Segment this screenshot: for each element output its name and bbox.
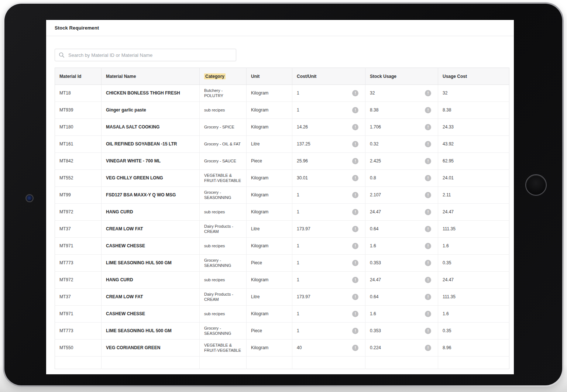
category-cell: VEGETABLE & FRUIT-VEGETABLE: [200, 170, 247, 187]
info-icon[interactable]: !: [352, 209, 358, 215]
stock-usage-value: 0.224: [370, 345, 381, 351]
info-icon[interactable]: !: [352, 192, 358, 198]
info-icon[interactable]: !: [352, 175, 358, 181]
main-content: Material Id Material Name Category Unit …: [46, 36, 514, 369]
stock-usage-cell: 1.706 !: [365, 119, 438, 136]
material-id-cell: MT161: [55, 136, 102, 153]
usage-cost-cell: 111.35: [438, 289, 509, 306]
table-row: MT180 MASALA SALT COOKING Grocery - SPIC…: [55, 119, 509, 136]
info-icon[interactable]: !: [425, 328, 431, 334]
material-name-cell: VINEGAR WHITE - 700 ML: [102, 153, 200, 170]
info-icon[interactable]: !: [425, 158, 431, 164]
cost-unit-cell: 30.01 !: [292, 170, 365, 187]
info-icon[interactable]: !: [425, 277, 431, 283]
cost-unit-cell: 137.25 !: [292, 136, 365, 153]
stock-usage-value: 8.38: [370, 107, 378, 113]
stock-usage-value: 1.706: [370, 124, 381, 130]
table-row: MT37 CREAM LOW FAT Dairy Products - CREA…: [55, 289, 509, 306]
cost-unit-value: 173.97: [297, 226, 310, 232]
info-icon[interactable]: !: [425, 141, 431, 147]
info-icon[interactable]: !: [425, 192, 431, 198]
stock-usage-cell: 8.38 !: [365, 102, 438, 119]
info-icon[interactable]: !: [352, 345, 358, 351]
info-icon[interactable]: !: [352, 328, 358, 334]
stock-usage-value: 1.6: [370, 311, 376, 317]
table-row: MT971 CASHEW CHESSE sub recipes Kilogram…: [55, 238, 509, 255]
cost-unit-cell: 173.97 !: [292, 221, 365, 238]
info-icon[interactable]: !: [425, 311, 431, 317]
info-icon[interactable]: !: [425, 90, 431, 96]
cost-unit-value: 1: [297, 277, 299, 283]
info-icon[interactable]: !: [425, 107, 431, 113]
material-name-cell: CASHEW CHESSE: [102, 238, 200, 255]
cost-unit-cell: 1 !: [292, 187, 365, 204]
category-cell: Grocery - OIL & FAT: [200, 136, 247, 153]
page-title: Stock Requirement: [55, 25, 99, 31]
info-icon[interactable]: !: [352, 277, 358, 283]
info-icon[interactable]: !: [425, 294, 431, 300]
column-header-category: Category: [200, 68, 247, 85]
info-icon[interactable]: !: [425, 124, 431, 130]
info-icon[interactable]: !: [352, 226, 358, 232]
material-name-cell: VEG CHILLY GREEN LONG: [102, 170, 200, 187]
info-icon[interactable]: !: [425, 243, 431, 249]
app-screen: Stock Requirement: [46, 20, 514, 374]
info-icon[interactable]: !: [425, 226, 431, 232]
material-name-cell: VEG CORIANDER GREEN: [102, 340, 200, 357]
usage-cost-cell: 24.01: [438, 170, 509, 187]
unit-cell: Kilogram: [247, 272, 292, 289]
cost-unit-value: 173.97: [297, 294, 310, 300]
column-header-material-name: Material Name: [102, 68, 200, 85]
category-cell: Dairy Products - CREAM: [200, 289, 247, 306]
info-icon[interactable]: !: [352, 141, 358, 147]
unit-cell: Kilogram: [247, 306, 292, 323]
cost-unit-cell: 1 !: [292, 102, 365, 119]
info-icon[interactable]: !: [352, 107, 358, 113]
table-row: MT842 VINEGAR WHITE - 700 ML Grocery - S…: [55, 153, 509, 170]
stock-usage-value: 0.353: [370, 260, 381, 266]
material-id-cell: MT180: [55, 119, 102, 136]
cost-unit-cell: 1 !: [292, 272, 365, 289]
table-row: MT161 OIL REFINED SOYABEAN -15 LTR Groce…: [55, 136, 509, 153]
unit-cell: Kilogram: [247, 187, 292, 204]
info-icon[interactable]: !: [352, 260, 358, 266]
table-row: MT18 CHICKEN BONLESS THIGH FRESH Butcher…: [55, 85, 509, 102]
unit-cell: Litre: [247, 136, 292, 153]
unit-cell: Kilogram: [247, 85, 292, 102]
cost-unit-value: 30.01: [297, 175, 308, 181]
info-icon[interactable]: !: [352, 294, 358, 300]
usage-cost-cell: 2.11: [438, 187, 509, 204]
info-icon[interactable]: !: [425, 175, 431, 181]
material-id-cell: MT972: [55, 272, 102, 289]
info-icon[interactable]: !: [425, 345, 431, 351]
usage-cost-cell: 24.47: [438, 272, 509, 289]
category-cell: sub recipes: [200, 204, 247, 221]
info-icon[interactable]: !: [352, 158, 358, 164]
cost-unit-value: 1: [297, 328, 299, 334]
category-cell: Dairy Products - CREAM: [200, 221, 247, 238]
unit-cell: Kilogram: [247, 340, 292, 357]
info-icon[interactable]: !: [352, 311, 358, 317]
column-header-cost-unit: Cost/Unit: [292, 68, 365, 85]
info-icon[interactable]: !: [352, 243, 358, 249]
stock-usage-cell: 0.64 !: [365, 289, 438, 306]
search-input[interactable]: [68, 52, 232, 58]
search-box[interactable]: [55, 49, 236, 61]
info-icon[interactable]: !: [425, 260, 431, 266]
category-cell: VEGETABLE & FRUIT-VEGETABLE: [200, 340, 247, 357]
info-icon[interactable]: !: [352, 124, 358, 130]
category-cell: sub recipes: [200, 238, 247, 255]
table-body: MT18 CHICKEN BONLESS THIGH FRESH Butcher…: [55, 85, 509, 369]
material-name-cell: CREAM LOW FAT: [102, 289, 200, 306]
usage-cost-cell: 24.33: [438, 119, 509, 136]
usage-cost-cell: 0.35: [438, 323, 509, 340]
home-button[interactable]: [525, 174, 547, 196]
usage-cost-cell: 24.47: [438, 204, 509, 221]
stock-usage-cell: 0.353 !: [365, 255, 438, 272]
info-icon[interactable]: !: [425, 209, 431, 215]
table-row: MT972 HANG CURD sub recipes Kilogram 1 !…: [55, 204, 509, 221]
info-icon[interactable]: !: [352, 90, 358, 96]
material-id-cell: MT552: [55, 170, 102, 187]
material-id-cell: MT971: [55, 238, 102, 255]
tablet-device-frame: Stock Requirement: [3, 2, 564, 387]
